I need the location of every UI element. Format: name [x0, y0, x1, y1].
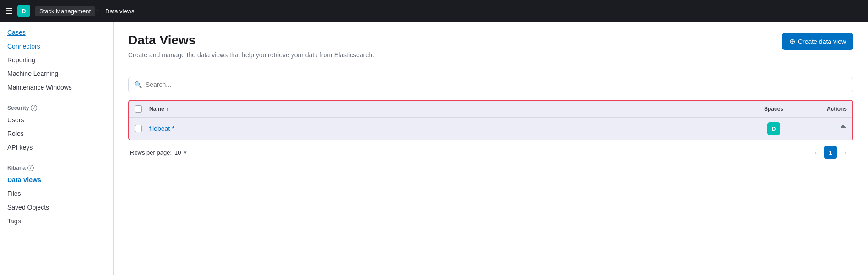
previous-page-button[interactable]: ‹	[809, 146, 822, 159]
sidebar-item-cases[interactable]: Cases	[0, 26, 113, 39]
header-name-col: Name ↑	[149, 106, 737, 112]
table-header-row: Name ↑ Spaces Actions	[129, 101, 852, 118]
page-1-button[interactable]: 1	[824, 146, 837, 159]
sidebar: Cases Connectors Reporting Machine Learn…	[0, 22, 114, 275]
create-data-view-button[interactable]: ⊕ Create data view	[782, 33, 853, 50]
topbar: ☰ D Stack Management › Data views	[0, 0, 868, 22]
page-header: Data Views Create and manage the data vi…	[128, 33, 853, 70]
sidebar-item-roles[interactable]: Roles	[0, 127, 113, 140]
next-page-button[interactable]: ›	[839, 146, 852, 159]
header-actions-col: Actions	[810, 106, 847, 112]
sidebar-item-api-keys[interactable]: API keys	[0, 140, 113, 154]
sidebar-divider-2	[0, 157, 113, 157]
sidebar-section-security: Security i	[0, 100, 113, 113]
breadcrumb: Stack Management › Data views	[35, 6, 139, 16]
delete-icon[interactable]: 🗑	[840, 124, 847, 133]
row-actions-col: 🗑	[810, 124, 847, 133]
row-checkbox-col	[135, 125, 149, 132]
breadcrumb-separator: ›	[97, 8, 99, 14]
sidebar-item-maintenance-windows[interactable]: Maintenance Windows	[0, 81, 113, 94]
page-title: Data Views	[128, 33, 374, 48]
row-spaces-col: D	[737, 122, 810, 135]
breadcrumb-data-views: Data views	[101, 6, 139, 16]
pagination: ‹ 1 ›	[809, 146, 852, 159]
security-info-icon[interactable]: i	[31, 105, 37, 111]
row-name-col: filebeat-*	[149, 125, 737, 132]
search-icon: 🔍	[134, 81, 142, 88]
header-spaces-col: Spaces	[737, 106, 810, 112]
sidebar-item-connectors[interactable]: Connectors	[0, 39, 113, 53]
kibana-info-icon[interactable]: i	[27, 165, 34, 171]
sidebar-item-machine-learning[interactable]: Machine Learning	[0, 67, 113, 81]
name-col-label: Name	[149, 106, 164, 112]
data-views-table: Name ↑ Spaces Actions filebeat-*	[128, 100, 853, 140]
rows-per-page-chevron-icon: ▾	[184, 150, 187, 156]
sidebar-item-users[interactable]: Users	[0, 113, 113, 127]
rows-per-page-selector[interactable]: Rows per page: 10 ▾	[130, 149, 187, 156]
page-subtitle: Create and manage the data views that he…	[128, 51, 374, 59]
rows-per-page-label: Rows per page:	[130, 149, 172, 156]
sidebar-divider-1	[0, 97, 113, 97]
page-header-text: Data Views Create and manage the data vi…	[128, 33, 374, 70]
sidebar-item-saved-objects[interactable]: Saved Objects	[0, 200, 113, 214]
name-sort-icon: ↑	[166, 106, 169, 112]
avatar: D	[17, 5, 30, 17]
data-view-link[interactable]: filebeat-*	[149, 125, 174, 132]
search-container: 🔍	[128, 77, 853, 92]
sidebar-item-reporting[interactable]: Reporting	[0, 53, 113, 67]
select-all-checkbox[interactable]	[135, 105, 142, 113]
main-content: Data Views Create and manage the data vi…	[114, 22, 868, 275]
sidebar-section-kibana: Kibana i	[0, 160, 113, 173]
row-select-checkbox[interactable]	[135, 125, 142, 132]
rows-per-page-value: 10	[174, 149, 181, 156]
search-input[interactable]	[146, 81, 847, 88]
layout: Cases Connectors Reporting Machine Learn…	[0, 22, 868, 275]
space-badge: D	[767, 122, 780, 135]
sidebar-section-kibana-label: Kibana	[7, 165, 26, 171]
search-box: 🔍	[128, 77, 853, 92]
spaces-column-header: Spaces	[764, 106, 783, 112]
plus-icon: ⊕	[789, 37, 795, 46]
sidebar-item-data-views[interactable]: Data Views	[0, 173, 113, 187]
actions-column-header: Actions	[827, 106, 847, 112]
header-checkbox-col	[135, 105, 149, 113]
table-row: filebeat-* D 🗑	[129, 118, 852, 140]
breadcrumb-stack-management[interactable]: Stack Management	[35, 6, 95, 16]
sidebar-item-files[interactable]: Files	[0, 187, 113, 200]
sidebar-item-tags[interactable]: Tags	[0, 214, 113, 228]
sidebar-section-security-label: Security	[7, 105, 29, 111]
hamburger-icon[interactable]: ☰	[5, 6, 13, 16]
create-button-label: Create data view	[798, 38, 846, 45]
name-column-header[interactable]: Name ↑	[149, 106, 168, 112]
table-footer: Rows per page: 10 ▾ ‹ 1 ›	[128, 140, 853, 159]
